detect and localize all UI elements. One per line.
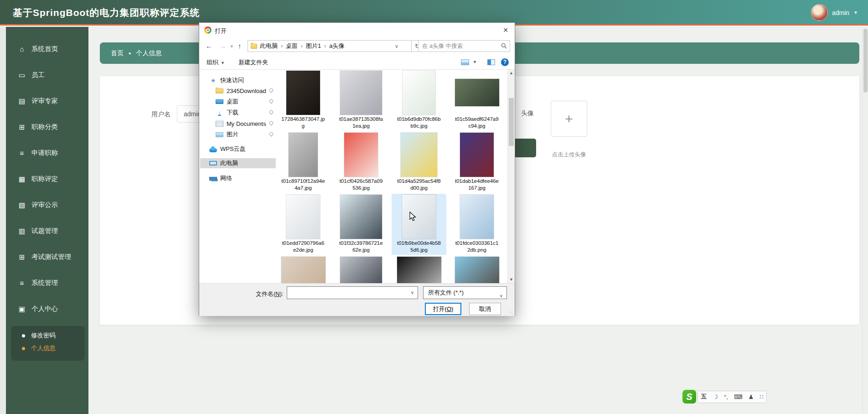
file-name: t01ae387135308fa1ea.jpg [339,116,383,129]
file-open-dialog: 打开 ✕ ← → ∨ ↑ 此电脑›桌面›图片1›a头像 ∨ ↻ 组织▼ 新建文件… [199,22,515,316]
filetype-dropdown[interactable]: 所有文件 (*.*) ∨ [423,286,507,299]
moon-icon[interactable]: ☽ [713,393,718,400]
sidebar-subitem-2[interactable]: 个人信息 [11,342,85,355]
address-breadcrumb-box[interactable]: 此电脑›桌面›图片1›a头像 ∨ ↻ [248,40,412,52]
help-icon[interactable]: ? [501,58,509,66]
path-segment[interactable]: a头像 [329,42,344,50]
sidebar-item-1[interactable]: ⌂系统首页 [6,36,88,62]
sidebar-item-5[interactable]: ≡申请职称 [6,140,88,166]
bullet-icon [22,334,25,337]
nav-item-1[interactable]: 快速访问 [200,75,279,85]
sidebar-item-9[interactable]: ⊞考试测试管理 [6,244,88,270]
preview-pane-icon[interactable] [487,59,495,65]
sidebar-item-2[interactable]: ▭员工 [6,62,88,88]
file-item-partial[interactable] [392,256,446,283]
nav-item-7[interactable]: WPS云盘 [200,144,279,154]
breadcrumb-home[interactable]: 首页 [111,49,124,57]
sidebar-item-6[interactable]: ▦职称评定 [6,166,88,192]
file-item[interactable]: t01c89710f12a94e4a7.jpg [276,132,331,193]
nav-item-9[interactable]: 网络 [200,173,279,183]
nav-item-4[interactable]: 下载 [200,108,279,118]
organize-button[interactable]: 组织▼ [207,58,225,67]
file-item[interactable]: t01f32c39786721e62e.jpg [334,194,388,255]
person-icon[interactable]: ♟ [749,393,754,400]
file-thumbnail [450,132,504,177]
view-chevron-icon[interactable]: ▼ [473,60,477,64]
keyboard-icon[interactable]: ⌨ [734,393,743,400]
history-chevron-icon[interactable]: ∨ [230,44,233,48]
up-icon[interactable]: ↑ [238,42,242,50]
file-name: t01dab1e4dfee46e167.jpg [455,178,499,191]
list-icon: ≡ [18,149,26,157]
file-item[interactable]: t01dab1e4dfee46e167.jpg [450,132,504,193]
sidebar-item-7[interactable]: ▧评审公示 [6,192,88,218]
sidebar-item-8[interactable]: ▥试题管理 [6,218,88,244]
search-icon[interactable] [501,43,507,49]
file-item[interactable]: 1728463873047.jpg [276,70,331,131]
punctuation-icon[interactable]: °, [724,393,728,400]
path-segment[interactable]: 桌面 [286,42,298,50]
file-item[interactable]: t01fdce0303361c12db.png [450,194,504,255]
filename-chevron-icon[interactable]: ∨ [411,290,414,295]
file-item[interactable]: t01d4a5295ac54f8d00.jpg [392,132,446,193]
forward-icon[interactable]: → [219,42,226,50]
close-icon[interactable]: ✕ [503,26,508,34]
cancel-button[interactable]: 取消 [469,303,501,315]
sidebar-item-4[interactable]: ⊞职称分类 [6,114,88,140]
page-scrollbar[interactable] [862,27,868,414]
thumbnail-view-icon[interactable] [461,59,469,65]
wubi-mode-button[interactable]: 五 [701,393,707,401]
back-icon[interactable]: ← [206,42,212,50]
sogou-logo-icon[interactable]: S [682,390,696,404]
dialog-title: 打开 [215,27,227,35]
file-thumbnail [392,70,446,115]
sidebar-subitem-1[interactable]: 修改密码 [11,329,85,342]
file-item-partial[interactable] [276,256,331,283]
filename-input[interactable] [288,287,408,298]
sidebar-item-label: 评审公示 [31,201,58,209]
scroll-down-icon[interactable]: ▼ [508,276,515,283]
sidebar-item-label: 职称评定 [31,175,58,183]
new-folder-button[interactable]: 新建文件夹 [238,58,268,67]
avatar-upload-box[interactable]: + [551,101,587,137]
address-chevron-icon[interactable]: ∨ [395,43,398,49]
nav-item-6[interactable]: 图片 [200,129,279,140]
nav-item-8[interactable]: 此电脑 [200,158,279,168]
file-name: t01edd7290796a6e2de.jpg [281,240,325,254]
resize-grip[interactable]: ⋱ [508,309,513,315]
search-input[interactable] [418,41,500,52]
file-item[interactable]: t01c59aedf6247a9c94.jpg [450,70,504,131]
file-thumbnail [450,70,504,115]
dialog-scrollbar[interactable]: ▲ ▼ [507,70,514,283]
open-button[interactable]: 打开(O) [425,303,461,315]
file-item[interactable]: t01fb9be00de4b585d6.jpg [392,194,446,255]
user-menu[interactable]: admin ▼ [811,4,858,21]
file-item[interactable]: t01edd7290796a6e2de.jpg [276,194,331,255]
file-thumbnail [392,256,446,283]
sidebar-subitem-label: 修改密码 [31,331,56,340]
nav-item-3[interactable]: 桌面 [200,97,279,107]
sidebar-item-10[interactable]: ≡系统管理 [6,270,88,296]
sidebar-item-11[interactable]: ▣个人中心 [6,296,88,322]
path-segment[interactable]: 图片1 [306,42,321,50]
sidebar-item-3[interactable]: ▤评审专家 [6,88,88,114]
dialog-titlebar[interactable]: 打开 ✕ [199,23,515,38]
nav-item-5[interactable]: My Documents [200,119,279,129]
scroll-up-icon[interactable]: ▲ [508,70,515,77]
file-name: t01b6d9db70fc86bb9c.jpg [397,116,441,129]
nav-item-label: 网络 [220,174,232,182]
dialog-scrollbar-thumb[interactable] [509,98,514,146]
filename-label: 文件名(N): [256,290,284,298]
file-item-partial[interactable] [334,256,388,283]
file-item-partial[interactable] [450,256,504,283]
file-item[interactable]: t01b6d9db70fc86bb9c.jpg [392,70,446,131]
nav-item-label: 下载 [227,109,238,117]
sidebar-item-label: 试题管理 [31,227,58,235]
file-item[interactable]: t01cf0426c587a09536.jpg [334,132,388,193]
nav-item-2[interactable]: 2345Download [200,86,279,96]
page-scrollbar-thumb[interactable] [863,29,868,93]
path-segment[interactable]: 此电脑 [260,42,278,50]
apps-icon[interactable]: ∷ [760,393,763,400]
file-item[interactable]: t01ae387135308fa1ea.jpg [334,70,388,131]
file-thumbnail [450,194,504,239]
